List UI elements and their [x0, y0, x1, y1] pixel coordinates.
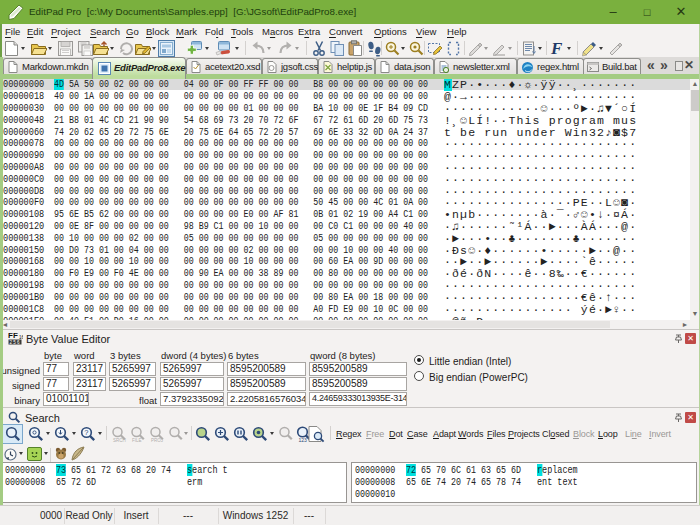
svg-text:PROJ: PROJ [151, 438, 163, 443]
svg-text:FF: FF [8, 331, 18, 340]
svg-text:16: 16 [19, 335, 23, 340]
svg-text:?: ? [84, 428, 88, 437]
svg-text:FILE: FILE [132, 438, 142, 443]
svg-text:2 5 6: 2 5 6 [10, 340, 21, 345]
svg-text:SRCH: SRCH [113, 438, 126, 443]
